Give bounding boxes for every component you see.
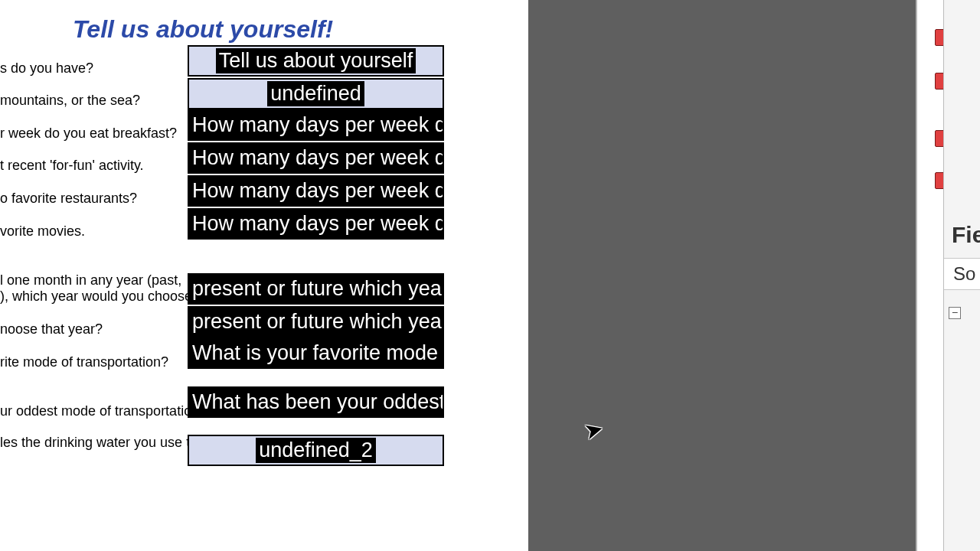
field-undefined-2[interactable]: undefined_2 <box>188 435 444 466</box>
panel-sort[interactable]: So <box>944 258 980 290</box>
fields-panel: Fie So − <box>943 0 980 551</box>
field-days-2[interactable]: How many days per week do you <box>188 142 444 174</box>
workspace-background <box>528 0 926 551</box>
question-whyyear: noose that year? <box>0 321 103 337</box>
question-forfun: t recent 'for-fun' activity. <box>0 157 144 174</box>
question-water: les the drinking water you use the <box>0 434 205 451</box>
field-days-1[interactable]: How many days per week do you <box>188 109 444 141</box>
tree-collapse-icon[interactable]: − <box>949 307 961 319</box>
document-page: Tell us about yourself! s do you have? m… <box>0 0 528 551</box>
question-breakfast: r week do you eat breakfast? <box>0 125 177 142</box>
field-oddest[interactable]: What has been your oddest mode <box>188 386 444 418</box>
field-days-4[interactable]: How many days per week do you <box>188 208 444 240</box>
field-title[interactable]: Tell us about yourself <box>188 45 444 77</box>
form-title: Tell us about yourself! <box>73 15 333 44</box>
question-year-b: ), which year would you choose? <box>0 288 200 305</box>
panel-title: Fie <box>952 222 980 248</box>
field-days-3[interactable]: How many days per week do you <box>188 175 444 207</box>
field-mode[interactable]: What is your favorite mode of tra <box>188 337 444 369</box>
question-pets: s do you have? <box>0 60 93 77</box>
question-mountains: mountains, or the sea? <box>0 92 140 109</box>
next-page-edge <box>916 0 944 551</box>
field-year-1[interactable]: present or future which year wou <box>188 273 444 305</box>
question-oddest: ur oddest mode of transportation? <box>0 403 207 419</box>
question-year-a: l one month in any year (past, <box>0 272 181 289</box>
field-undefined[interactable]: undefined <box>188 78 444 109</box>
field-year-2[interactable]: present or future which year wou <box>188 306 444 337</box>
question-movies: vorite movies. <box>0 223 85 240</box>
question-restaurants: o favorite restaurants? <box>0 190 137 207</box>
question-transport: rite mode of transportation? <box>0 354 168 370</box>
